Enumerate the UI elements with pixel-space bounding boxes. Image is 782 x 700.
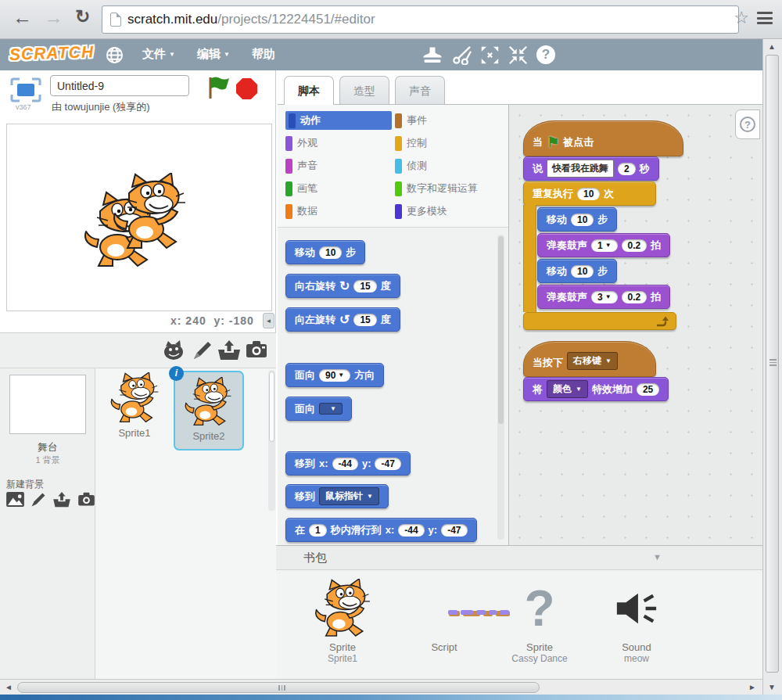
backpack-collapse-icon[interactable]: ▼ [653, 552, 662, 562]
secs-input[interactable]: 1 [309, 524, 327, 537]
sprite-info-icon[interactable]: i [169, 366, 184, 381]
stage-thumbnail[interactable] [9, 375, 86, 434]
tab-costumes[interactable]: 造型 [339, 76, 389, 105]
backpack-item-sound-meow[interactable]: Sound meow [586, 576, 687, 673]
browser-back-icon[interactable]: ← [13, 6, 32, 29]
backpack-header[interactable]: 书包 ▼ [276, 546, 762, 570]
scratch-logo[interactable]: SCRATCH [9, 42, 95, 64]
block-say-for-secs[interactable]: 说快看我在跳舞2秒 [523, 156, 659, 181]
language-globe-icon[interactable] [106, 46, 124, 67]
tab-sounds[interactable]: 声音 [395, 76, 445, 105]
beats-input[interactable]: 0.2 [622, 239, 647, 252]
collapse-stage-button[interactable]: ◄ [263, 313, 274, 328]
block-goto-xy[interactable]: 移到x:-44y:-47 [285, 451, 411, 476]
block-turn-right[interactable]: 向右旋转↻15度 [285, 274, 400, 298]
scroll-right-icon[interactable]: ► [748, 683, 756, 691]
block-point-towards[interactable]: 面向▼ [285, 397, 352, 421]
drum-dropdown[interactable]: 1▼ [591, 239, 618, 252]
stage-sprite-cat-front[interactable] [110, 173, 188, 251]
camera-backdrop-icon[interactable] [77, 492, 95, 511]
browser-menu-icon[interactable] [757, 12, 773, 27]
block-goto-target[interactable]: 移到鼠标指针▼ [285, 484, 389, 508]
drum-dropdown[interactable]: 3▼ [591, 291, 618, 303]
new-sprite-library-icon[interactable] [163, 340, 185, 364]
address-bar[interactable]: scratch.mit.edu/projects/12224451/#edito… [102, 5, 739, 34]
steps-input[interactable]: 10 [319, 246, 342, 259]
degrees-input[interactable]: 15 [353, 280, 376, 293]
help-panel-button[interactable]: ? [735, 109, 760, 139]
repeat-block-bottom[interactable] [523, 312, 676, 330]
block-glide[interactable]: 在1秒内滑行到x:-44y:-47 [285, 518, 477, 542]
category-operators[interactable]: 数字和逻辑运算 [395, 179, 478, 198]
project-name-input[interactable] [50, 75, 189, 96]
category-pen[interactable]: 画笔 [285, 179, 317, 198]
paint-backdrop-icon[interactable] [30, 492, 46, 511]
shrink-sprite-icon[interactable] [508, 45, 528, 68]
block-repeat-times[interactable]: 重复执行10次 [523, 181, 656, 206]
beats-input[interactable]: 0.2 [622, 291, 647, 303]
block-play-drum[interactable]: 弹奏鼓声1▼0.2拍 [537, 233, 670, 257]
category-events[interactable]: 事件 [395, 111, 427, 130]
repeat-times-input[interactable]: 10 [577, 188, 600, 200]
scroll-up-icon[interactable]: ▲ [768, 42, 776, 51]
effect-value-input[interactable]: 25 [637, 383, 659, 396]
upload-backdrop-icon[interactable] [52, 492, 71, 511]
block-move-steps[interactable]: 移动10步 [285, 240, 365, 264]
block-change-effect[interactable]: 将颜色▼特效增加25 [523, 377, 669, 401]
delete-scissors-icon[interactable] [452, 45, 472, 68]
bookmark-star-icon[interactable]: ☆ [734, 8, 749, 28]
duplicate-stamp-icon[interactable] [422, 45, 443, 68]
block-help-icon[interactable]: ? [536, 45, 555, 64]
backdrop-library-icon[interactable] [6, 492, 24, 511]
scripts-area[interactable]: ? 当⚑被点击 说快看我在跳舞2秒 重复执行10次 移动10步 弹奏鼓声1▼0.… [508, 104, 762, 545]
browser-reload-icon[interactable]: ↻ [75, 6, 90, 27]
block-move-steps[interactable]: 移动10步 [537, 259, 617, 283]
degrees-input[interactable]: 15 [353, 314, 376, 326]
y-input[interactable]: -47 [441, 524, 467, 537]
say-message-input[interactable]: 快看我在跳舞 [547, 160, 614, 178]
grow-sprite-icon[interactable] [480, 45, 500, 68]
menu-edit[interactable]: 编辑▼ [197, 47, 230, 62]
camera-sprite-icon[interactable] [246, 340, 267, 362]
category-sound[interactable]: 声音 [285, 156, 317, 175]
menu-file[interactable]: 文件▼ [142, 47, 175, 62]
backpack-item-cassy-dance[interactable]: ? Sprite Cassy Dance [489, 576, 590, 673]
backpack-item-sprite1[interactable]: Sprite Sprite1 [292, 576, 393, 673]
block-point-direction[interactable]: 面向90▼方向 [285, 363, 384, 387]
upload-sprite-icon[interactable] [217, 340, 241, 364]
stop-button[interactable] [236, 78, 257, 99]
browser-forward-icon[interactable]: → [44, 6, 63, 29]
x-input[interactable]: -44 [398, 524, 424, 537]
block-play-drum[interactable]: 弹奏鼓声3▼0.2拍 [537, 285, 670, 309]
tab-scripts[interactable]: 脚本 [284, 76, 334, 105]
towards-dropdown[interactable]: ▼ [319, 403, 343, 415]
repeat-block-arm[interactable] [523, 205, 536, 312]
paint-new-sprite-icon[interactable] [192, 340, 213, 364]
block-turn-left[interactable]: 向左旋转↺15度 [285, 307, 400, 332]
effect-dropdown[interactable]: 颜色▼ [547, 380, 588, 398]
menu-help[interactable]: 帮助 [252, 47, 275, 62]
scroll-left-icon[interactable]: ◄ [5, 683, 13, 691]
category-sensing[interactable]: 侦测 [395, 156, 427, 175]
horizontal-scroll-thumb[interactable] [17, 682, 540, 693]
category-control[interactable]: 控制 [395, 134, 427, 153]
category-looks[interactable]: 外观 [285, 134, 317, 153]
sprite-item-sprite2-selected[interactable]: i Sprite2 [174, 371, 244, 451]
palette-scroll-thumb[interactable] [498, 236, 504, 424]
sprite-list-scroll-thumb[interactable] [269, 372, 274, 442]
say-secs-input[interactable]: 2 [618, 163, 636, 175]
steps-input[interactable]: 10 [571, 265, 594, 278]
block-when-key-pressed[interactable]: 当按下右移键▼ [523, 341, 656, 377]
steps-input[interactable]: 10 [571, 214, 594, 226]
x-input[interactable]: -44 [332, 458, 358, 470]
green-flag-button[interactable] [205, 75, 231, 103]
scroll-down-icon[interactable]: ▼ [768, 683, 776, 691]
category-motion[interactable]: 动作 [285, 111, 392, 130]
sprite-item-sprite1[interactable]: Sprite1 [103, 372, 166, 439]
goto-target-dropdown[interactable]: 鼠标指针▼ [319, 487, 379, 505]
category-data[interactable]: 数据 [285, 202, 317, 221]
backpack-item-script[interactable]: Script [393, 576, 495, 673]
block-move-steps[interactable]: 移动10步 [537, 207, 617, 232]
y-input[interactable]: -47 [375, 458, 400, 470]
block-when-flag-clicked[interactable]: 当⚑被点击 [523, 120, 683, 156]
